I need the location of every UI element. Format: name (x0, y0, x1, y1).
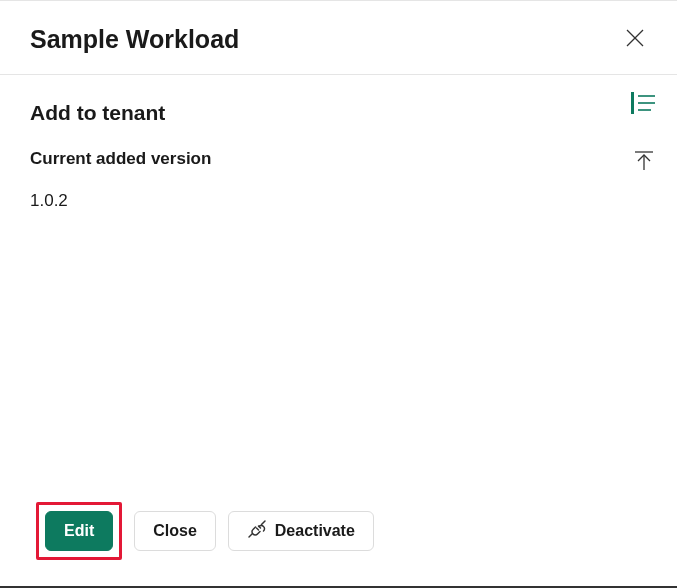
version-value: 1.0.2 (30, 191, 647, 211)
close-button[interactable] (621, 26, 649, 54)
panel-title: Sample Workload (30, 25, 239, 54)
section-subtitle: Add to tenant (30, 101, 647, 125)
deactivate-label: Deactivate (275, 522, 355, 540)
footer-actions: Edit Close Deactivate (36, 502, 374, 560)
arrow-top-icon (633, 150, 655, 175)
edit-highlight: Edit (36, 502, 122, 560)
version-label: Current added version (30, 149, 647, 169)
edit-button[interactable]: Edit (45, 511, 113, 551)
close-icon (625, 28, 645, 51)
panel-header: Sample Workload (0, 1, 677, 75)
deactivate-button[interactable]: Deactivate (228, 511, 374, 551)
svg-line-8 (256, 528, 258, 530)
main-content: Add to tenant Current added version 1.0.… (0, 75, 677, 211)
side-toolbar (627, 87, 661, 179)
close-panel-button[interactable]: Close (134, 511, 216, 551)
unplug-icon (247, 519, 267, 543)
list-icon (631, 91, 657, 118)
collapse-button[interactable] (629, 146, 659, 179)
content-wrapper: Add to tenant Current added version 1.0.… (0, 75, 677, 211)
list-view-button[interactable] (627, 87, 661, 122)
